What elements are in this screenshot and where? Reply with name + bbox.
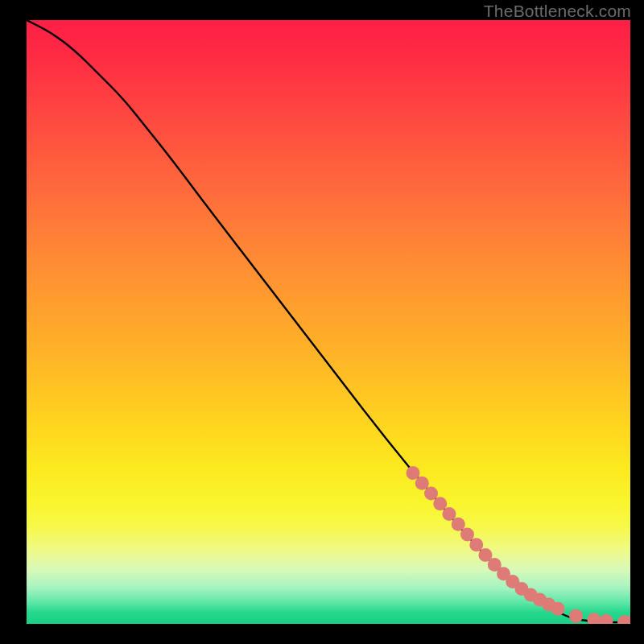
marker-point [407,466,420,480]
marker-point [460,528,474,542]
marker-point [600,614,613,624]
marker-group [407,466,631,624]
chart-frame: TheBottleneck.com [0,0,644,644]
marker-point [424,487,438,501]
marker-point [569,609,583,623]
plot-area [27,20,630,624]
marker-point [452,518,465,531]
watermark-text: TheBottleneck.com [484,2,631,21]
bottleneck-curve [27,20,630,623]
marker-point [551,602,565,616]
marker-point [415,477,429,490]
chart-svg [27,20,630,624]
marker-point [588,613,601,624]
marker-point [469,538,483,551]
marker-point [443,507,456,521]
marker-point [433,497,447,510]
